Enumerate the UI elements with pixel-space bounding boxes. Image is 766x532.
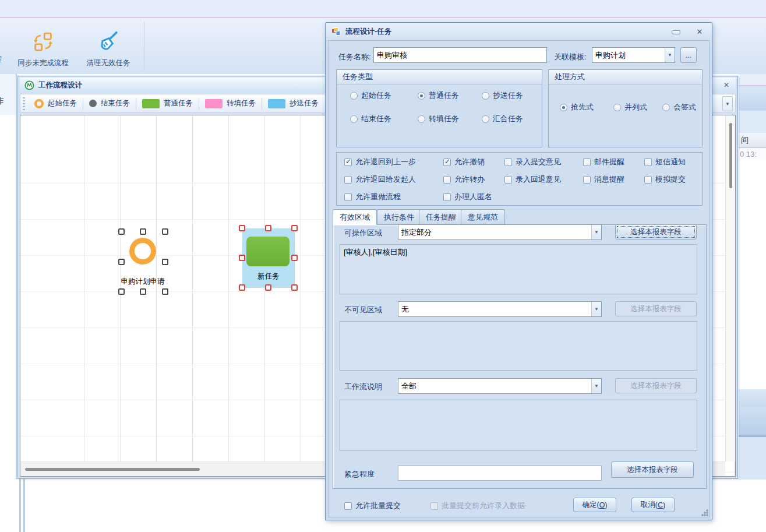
invisible-area-textarea[interactable] xyxy=(340,321,697,371)
checkbox-simulate-submit[interactable]: 模拟提交 xyxy=(644,174,686,185)
tab-exec-condition[interactable]: 执行条件 xyxy=(377,209,421,224)
operable-area-textarea[interactable]: [审核人],[审核日期] xyxy=(340,244,697,294)
checkbox-handler-anonymous[interactable]: 办理人匿名 xyxy=(443,192,492,202)
checkbox-return-opinion[interactable]: 录入回退意见 xyxy=(504,174,561,185)
tab-opinion-spec[interactable]: 意见规范 xyxy=(461,209,505,224)
tab-task-reminder[interactable]: 任务提醒 xyxy=(419,209,463,224)
ribbon-section-separator xyxy=(144,22,144,71)
selection-handle[interactable] xyxy=(265,225,271,231)
invisible-area-combobox[interactable]: 无 ▼ xyxy=(398,301,602,317)
radio-merge-task[interactable]: 汇合任务 xyxy=(482,114,523,124)
radio-parallel-mode[interactable]: 并列式 xyxy=(613,102,647,112)
dialog-resize-grip[interactable] xyxy=(701,509,708,516)
clean-button-label: 清理无效任务 xyxy=(87,58,130,68)
checkbox-allow-revoke[interactable]: 允许撤销 xyxy=(443,157,485,167)
selection-handle[interactable] xyxy=(291,284,298,291)
palette-item-end-task[interactable]: 结束任务 xyxy=(83,94,136,112)
selection-handle[interactable] xyxy=(140,288,146,295)
radio-transfer-task[interactable]: 转填任务 xyxy=(418,114,459,124)
palette-item-copy-task[interactable]: 抄送任务 xyxy=(262,94,324,112)
palette-item-transfer-task[interactable]: 转填任务 xyxy=(199,94,262,112)
selection-handle[interactable] xyxy=(118,259,125,265)
clipped-ribbon-label: 程 xyxy=(0,55,2,65)
checkbox-allow-return-previous[interactable]: 允许退回到上一步 xyxy=(344,157,416,167)
checkbox-icon xyxy=(504,158,512,166)
selection-handle[interactable] xyxy=(291,225,298,231)
selection-handle[interactable] xyxy=(162,228,168,235)
sync-arrows-icon xyxy=(33,31,54,55)
selection-handle[interactable] xyxy=(239,255,245,261)
toolbar-overflow-button[interactable]: ▼ xyxy=(722,96,733,111)
chevron-down-icon[interactable]: ▼ xyxy=(591,379,601,393)
task-node-rect[interactable] xyxy=(246,237,290,266)
palette-item-start-task[interactable]: 起始任务 xyxy=(29,94,83,112)
task-name-input[interactable] xyxy=(373,47,547,63)
checkbox-return-to-initiator[interactable]: 允许退回给发起人 xyxy=(344,174,416,185)
clipped-background-label: 作 xyxy=(0,96,4,107)
workflow-note-textarea[interactable] xyxy=(340,400,697,451)
chevron-down-icon[interactable]: ▼ xyxy=(665,48,675,62)
designer-close-icon[interactable]: ✕ xyxy=(722,80,731,90)
start-node-ring[interactable] xyxy=(129,238,156,265)
checkbox-icon xyxy=(504,176,512,184)
cancel-button[interactable]: 取消(C) xyxy=(631,498,675,512)
ok-button[interactable]: 确定(O) xyxy=(573,498,616,512)
select-report-fields-button-disabled: 选择本报表字段 xyxy=(615,301,697,316)
toolbar-grip-handle[interactable] xyxy=(23,97,25,110)
sync-unfinished-flows-button[interactable]: 同步未完成流程 xyxy=(10,20,76,72)
radio-icon xyxy=(482,92,489,100)
chevron-down-icon[interactable]: ▼ xyxy=(591,225,601,239)
invisible-area-label: 不可见区域 xyxy=(344,305,382,315)
radio-end-task[interactable]: 结束任务 xyxy=(350,114,391,124)
selection-handle[interactable] xyxy=(162,259,168,265)
selection-handle[interactable] xyxy=(118,228,125,235)
radio-normal-task[interactable]: 普通任务 xyxy=(418,90,459,101)
chevron-down-icon[interactable]: ▼ xyxy=(591,302,601,316)
checkbox-email-reminder[interactable]: 邮件提醒 xyxy=(583,157,624,167)
broom-icon xyxy=(97,30,119,55)
radio-start-task[interactable]: 起始任务 xyxy=(350,90,391,101)
checkbox-message-reminder[interactable]: 消息提醒 xyxy=(583,174,624,185)
checkbox-allow-redo-flow[interactable]: 允许重做流程 xyxy=(344,192,401,202)
checkbox-icon xyxy=(644,176,652,184)
checkbox-allow-batch-submit[interactable]: 允许批量提交 xyxy=(344,501,401,511)
radio-icon xyxy=(418,92,425,100)
checkbox-allow-forward[interactable]: 允许转办 xyxy=(443,174,485,185)
selection-handle[interactable] xyxy=(162,288,168,295)
designer-window-title: 工作流程设计 xyxy=(38,80,82,90)
minimize-icon[interactable] xyxy=(672,30,680,34)
close-icon[interactable]: ✕ xyxy=(695,27,704,37)
designer-logo-icon xyxy=(24,80,34,90)
dialog-title: 流程设计-任务 xyxy=(345,27,391,37)
clean-invalid-tasks-button[interactable]: 清理无效任务 xyxy=(80,20,136,72)
selection-handle[interactable] xyxy=(239,225,245,231)
radio-copy-task[interactable]: 抄送任务 xyxy=(482,90,523,101)
scrollbar-thumb[interactable] xyxy=(25,468,200,471)
template-browse-button[interactable]: ... xyxy=(680,47,697,63)
selection-handle[interactable] xyxy=(140,228,146,235)
normal-task-swatch-icon xyxy=(142,99,160,108)
selection-handle[interactable] xyxy=(291,255,298,261)
operable-area-combobox[interactable]: 指定部分 ▼ xyxy=(398,224,602,240)
dialog-title-bar[interactable]: 流程设计-任务 xyxy=(326,23,712,40)
workflow-note-combobox[interactable]: 全部 ▼ xyxy=(398,378,602,394)
urgency-select-report-fields-button[interactable]: 选择本报表字段 xyxy=(611,461,694,478)
checkbox-icon xyxy=(430,502,438,510)
selection-handle[interactable] xyxy=(239,284,245,291)
scrollbar-thumb[interactable] xyxy=(729,123,732,188)
checkbox-submit-opinion[interactable]: 录入提交意见 xyxy=(504,157,561,167)
checkbox-sms-notify[interactable]: 短信通知 xyxy=(644,157,686,167)
selection-handle[interactable] xyxy=(265,284,271,291)
canvas-vertical-scrollbar[interactable] xyxy=(725,115,735,461)
palette-item-normal-task[interactable]: 普通任务 xyxy=(136,94,199,112)
application-root: 程 同步未完成流程 xyxy=(0,0,766,532)
urgency-input[interactable] xyxy=(398,466,602,481)
background-window-right-sliver: 间 0 13: xyxy=(739,74,766,532)
selection-handle[interactable] xyxy=(118,288,125,295)
select-report-fields-button[interactable]: 选择本报表字段 xyxy=(615,224,697,239)
template-combobox[interactable]: 申购计划 ▼ xyxy=(592,47,675,63)
radio-preemptive-mode[interactable]: 抢先式 xyxy=(560,102,594,112)
tab-valid-area[interactable]: 有效区域 xyxy=(333,209,377,225)
radio-countersign-mode[interactable]: 会签式 xyxy=(662,102,696,112)
radio-icon xyxy=(482,115,489,123)
